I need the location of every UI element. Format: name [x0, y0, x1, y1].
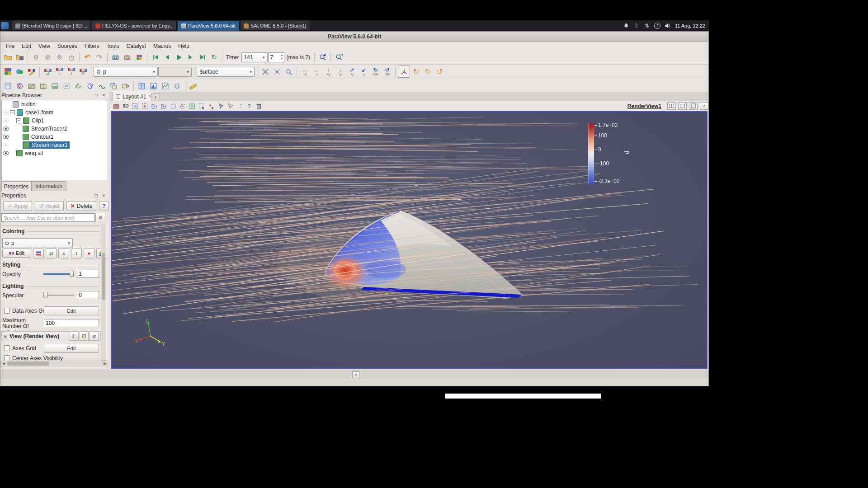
- menu-help[interactable]: Help: [175, 42, 193, 50]
- zoom-box-button[interactable]: [283, 66, 294, 77]
- open-file-button[interactable]: [2, 52, 14, 63]
- group-datasets-filter-button[interactable]: [108, 80, 119, 92]
- view-section-header[interactable]: ≡ View (Render View) ↺: [1, 331, 101, 341]
- orbit-rotate-button[interactable]: ↻: [410, 66, 422, 77]
- threshold-filter-button[interactable]: [49, 80, 61, 92]
- probe-location-button[interactable]: [171, 80, 183, 92]
- visibility-eye-icon[interactable]: [3, 110, 9, 115]
- selection-help-button[interactable]: ?: [245, 102, 253, 110]
- color-legend-bar[interactable]: [588, 123, 594, 184]
- data-axes-grid-edit-button[interactable]: Edit: [44, 306, 99, 315]
- tree-expander-icon[interactable]: −: [16, 118, 21, 123]
- close-view-button[interactable]: ✕: [700, 102, 708, 110]
- view-plus-y-button[interactable]: ↑+y: [323, 66, 334, 78]
- time-value-combo[interactable]: 141 ▾: [241, 52, 268, 62]
- color-legend[interactable]: 1.7e+02 100 0 -100 -2.3e+02 p: [588, 123, 670, 195]
- clock[interactable]: 11 Aug, 22:22: [675, 23, 705, 28]
- color-palette-button[interactable]: [133, 52, 145, 63]
- save-state-button[interactable]: ⚙: [42, 52, 53, 63]
- visibility-eye-icon[interactable]: [3, 151, 9, 155]
- scroll-left-arrow-icon[interactable]: ◀: [1, 361, 6, 366]
- delete-selection-button[interactable]: [255, 102, 263, 110]
- menu-tools[interactable]: Tools: [103, 42, 123, 50]
- view-minus-x-button[interactable]: ←-x: [311, 66, 322, 78]
- contour-filter-button[interactable]: [14, 80, 25, 92]
- volume-icon[interactable]: [665, 23, 671, 29]
- split-vertical-button[interactable]: [678, 102, 687, 110]
- help-icon[interactable]: ?: [654, 23, 660, 29]
- orbit-roll-cw-button[interactable]: ↻: [422, 66, 434, 77]
- spreadsheet-view-button[interactable]: [136, 80, 147, 92]
- taskbar-window-salome[interactable]: SALOME 8.5.0 - [Study1]: [240, 21, 310, 31]
- reset-session-icon[interactable]: ◷: [66, 52, 77, 63]
- redo-button[interactable]: ↷: [94, 52, 105, 63]
- capture-screenshot-button[interactable]: [122, 52, 133, 63]
- calculator-filter-button[interactable]: +: [2, 80, 14, 92]
- undo-button[interactable]: ↶: [82, 52, 93, 63]
- tab-properties[interactable]: Properties: [1, 181, 31, 191]
- export-scene-button[interactable]: [112, 102, 120, 110]
- load-state-button[interactable]: ⚙: [30, 52, 42, 63]
- favorites-preset-button[interactable]: ♥: [84, 249, 94, 258]
- slice-filter-button[interactable]: [38, 80, 49, 92]
- last-frame-button[interactable]: [197, 52, 208, 63]
- scrollbar-thumb[interactable]: [7, 361, 49, 366]
- rescale-visible-range-button[interactable]: ◷: [77, 66, 89, 77]
- pipeline-item-wing-stl[interactable]: wing.stl: [2, 149, 108, 157]
- orbit-roll-ccw-button[interactable]: ↺: [434, 66, 445, 77]
- maximize-view-button[interactable]: [689, 102, 698, 110]
- scroll-right-arrow-icon[interactable]: ▶: [102, 361, 108, 366]
- hover-cells-button[interactable]: [217, 102, 225, 110]
- bluetooth-icon[interactable]: ᛒ: [633, 23, 640, 29]
- select-frustum-points-button[interactable]: [160, 102, 168, 110]
- menu-filters[interactable]: Filters: [81, 42, 103, 50]
- tab-information[interactable]: Information: [31, 181, 66, 191]
- next-frame-button[interactable]: [185, 52, 196, 63]
- center-axes-toggle-button[interactable]: [398, 66, 410, 78]
- extract-block-filter-button[interactable]: [120, 80, 131, 92]
- zoom-to-data-button[interactable]: [317, 52, 328, 63]
- warp-filter-button[interactable]: [96, 80, 108, 92]
- interactive-select-points-button[interactable]: [207, 102, 215, 110]
- stream-tracer-filter-button[interactable]: [85, 80, 96, 92]
- render-viewport[interactable]: 1.7e+02 100 0 -100 -2.3e+02 p: [111, 111, 708, 369]
- pipeline-item-contour1[interactable]: Contour1: [2, 133, 108, 141]
- toggle-interaction-mode-button[interactable]: 3D: [122, 102, 130, 110]
- specular-input[interactable]: [77, 291, 99, 299]
- select-block-button[interactable]: [188, 102, 196, 110]
- use-separate-color-map-button[interactable]: [33, 249, 44, 258]
- axes-grid-checkbox[interactable]: [4, 345, 10, 351]
- rescale-temporal-button[interactable]: t: [71, 249, 82, 258]
- select-surface-points-button[interactable]: [141, 102, 149, 110]
- toggle-color-legend-button[interactable]: [2, 66, 14, 77]
- select-polygon-points-button[interactable]: [179, 102, 187, 110]
- select-polygon-cells-button[interactable]: [169, 102, 177, 110]
- axes-grid-edit-button[interactable]: Edit: [44, 344, 99, 353]
- clip-filter-button[interactable]: [26, 80, 37, 92]
- select-frustum-cells-button[interactable]: [150, 102, 158, 110]
- menu-file[interactable]: File: [2, 42, 18, 50]
- loop-button[interactable]: ↻: [208, 52, 220, 63]
- edit-color-map-button[interactable]: Edit: [2, 249, 31, 258]
- data-axes-grid-checkbox[interactable]: [4, 308, 10, 314]
- properties-panel-header[interactable]: Properties ◻ ✕: [1, 192, 108, 199]
- rescale-temporal-range-button[interactable]: t: [66, 66, 77, 77]
- save-data-button[interactable]: [14, 52, 25, 63]
- view-minus-z-button[interactable]: ↙-z: [358, 66, 369, 78]
- representation-selector[interactable]: Surface ▾: [197, 67, 255, 77]
- specular-slider[interactable]: [43, 291, 74, 299]
- edit-camera-button[interactable]: [259, 66, 271, 77]
- interactive-select-cells-button[interactable]: [198, 102, 206, 110]
- close-panel-icon[interactable]: ✕: [100, 92, 107, 99]
- pipeline-item-builtin[interactable]: builtin:: [2, 100, 108, 108]
- play-button[interactable]: [173, 52, 184, 63]
- title-bar[interactable]: ParaView 5.6.0 64-bit: [0, 32, 708, 42]
- view-minus-y-button[interactable]: ↓-y: [335, 66, 346, 78]
- menu-macros[interactable]: Macros: [150, 42, 175, 50]
- extract-subset-filter-button[interactable]: [61, 80, 72, 92]
- float-panel-icon[interactable]: ◻: [93, 192, 99, 199]
- frame-spinbox[interactable]: 7 ▲▼: [268, 52, 284, 62]
- first-frame-button[interactable]: [150, 52, 161, 63]
- camera-link-button[interactable]: [110, 52, 121, 63]
- float-panel-icon[interactable]: ◻: [93, 92, 99, 99]
